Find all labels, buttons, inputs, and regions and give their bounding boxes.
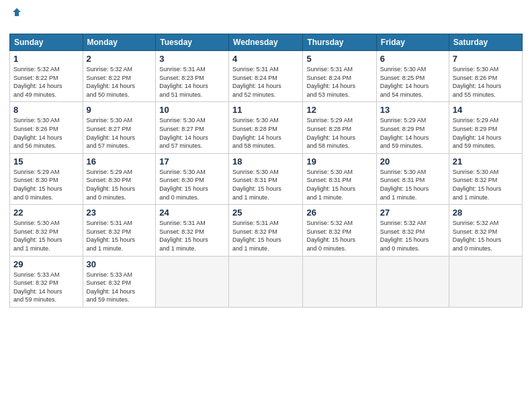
day-number: 23 <box>87 208 152 218</box>
day-number: 28 <box>453 208 519 218</box>
logo-icon <box>11 7 22 17</box>
day-info: Sunrise: 5:30 AM Sunset: 8:30 PM Dayligh… <box>159 168 225 201</box>
day-info: Sunrise: 5:31 AM Sunset: 8:24 PM Dayligh… <box>232 65 299 99</box>
day-cell: 21Sunrise: 5:30 AM Sunset: 8:32 PM Dayli… <box>449 153 522 204</box>
day-cell: 3Sunrise: 5:31 AM Sunset: 8:23 PM Daylig… <box>156 51 229 102</box>
day-cell: 28Sunrise: 5:32 AM Sunset: 8:32 PM Dayli… <box>449 205 522 256</box>
day-info: Sunrise: 5:30 AM Sunset: 8:27 PM Dayligh… <box>159 116 225 150</box>
day-info: Sunrise: 5:30 AM Sunset: 8:31 PM Dayligh… <box>232 168 299 201</box>
day-cell: 30Sunrise: 5:33 AM Sunset: 8:32 PM Dayli… <box>83 256 156 307</box>
day-info: Sunrise: 5:31 AM Sunset: 8:32 PM Dayligh… <box>159 219 225 253</box>
day-info: Sunrise: 5:31 AM Sunset: 8:32 PM Dayligh… <box>87 219 152 253</box>
day-number: 30 <box>87 259 152 269</box>
day-cell: 19Sunrise: 5:30 AM Sunset: 8:31 PM Dayli… <box>303 153 376 204</box>
page-header <box>9 7 523 30</box>
day-info: Sunrise: 5:29 AM Sunset: 8:29 PM Dayligh… <box>380 116 445 150</box>
day-number: 21 <box>453 156 519 167</box>
day-cell: 10Sunrise: 5:30 AM Sunset: 8:27 PM Dayli… <box>156 102 229 153</box>
day-number: 12 <box>306 105 372 115</box>
day-info: Sunrise: 5:30 AM Sunset: 8:25 PM Dayligh… <box>380 65 445 99</box>
day-info: Sunrise: 5:32 AM Sunset: 8:32 PM Dayligh… <box>380 219 445 253</box>
day-cell: 20Sunrise: 5:30 AM Sunset: 8:31 PM Dayli… <box>376 153 449 204</box>
week-row-2: 8Sunrise: 5:30 AM Sunset: 8:26 PM Daylig… <box>10 102 523 153</box>
day-info: Sunrise: 5:30 AM Sunset: 8:26 PM Dayligh… <box>453 65 519 99</box>
day-cell <box>156 256 229 307</box>
day-cell: 8Sunrise: 5:30 AM Sunset: 8:26 PM Daylig… <box>10 102 83 153</box>
day-cell: 1Sunrise: 5:32 AM Sunset: 8:22 PM Daylig… <box>10 51 83 102</box>
day-cell: 22Sunrise: 5:30 AM Sunset: 8:32 PM Dayli… <box>10 205 83 256</box>
day-number: 6 <box>380 54 445 64</box>
day-info: Sunrise: 5:29 AM Sunset: 8:29 PM Dayligh… <box>453 116 519 150</box>
day-info: Sunrise: 5:30 AM Sunset: 8:31 PM Dayligh… <box>380 168 445 201</box>
header-tuesday: Tuesday <box>156 34 229 51</box>
day-number: 25 <box>232 208 299 218</box>
header-thursday: Thursday <box>303 34 376 51</box>
day-number: 8 <box>13 105 79 115</box>
day-number: 14 <box>453 105 519 115</box>
week-row-1: 1Sunrise: 5:32 AM Sunset: 8:22 PM Daylig… <box>10 51 523 102</box>
day-number: 17 <box>159 156 225 167</box>
day-cell: 13Sunrise: 5:29 AM Sunset: 8:29 PM Dayli… <box>376 102 449 153</box>
day-info: Sunrise: 5:29 AM Sunset: 8:30 PM Dayligh… <box>13 168 79 201</box>
day-info: Sunrise: 5:32 AM Sunset: 8:32 PM Dayligh… <box>306 219 372 253</box>
day-cell: 9Sunrise: 5:30 AM Sunset: 8:27 PM Daylig… <box>83 102 156 153</box>
day-cell: 12Sunrise: 5:29 AM Sunset: 8:28 PM Dayli… <box>303 102 376 153</box>
day-cell: 17Sunrise: 5:30 AM Sunset: 8:30 PM Dayli… <box>156 153 229 204</box>
day-number: 11 <box>232 105 299 115</box>
day-cell: 29Sunrise: 5:33 AM Sunset: 8:32 PM Dayli… <box>10 256 83 307</box>
day-number: 22 <box>13 208 79 218</box>
day-cell: 27Sunrise: 5:32 AM Sunset: 8:32 PM Dayli… <box>376 205 449 256</box>
day-info: Sunrise: 5:30 AM Sunset: 8:27 PM Dayligh… <box>87 116 152 150</box>
day-info: Sunrise: 5:29 AM Sunset: 8:30 PM Dayligh… <box>87 168 152 201</box>
day-cell <box>376 256 449 307</box>
svg-marker-0 <box>13 8 21 16</box>
day-number: 27 <box>380 208 445 218</box>
day-number: 20 <box>380 156 445 167</box>
day-cell <box>449 256 522 307</box>
day-cell: 23Sunrise: 5:31 AM Sunset: 8:32 PM Dayli… <box>83 205 156 256</box>
header-row: SundayMondayTuesdayWednesdayThursdayFrid… <box>10 34 523 51</box>
day-number: 10 <box>159 105 225 115</box>
day-cell <box>229 256 303 307</box>
day-number: 24 <box>159 208 225 218</box>
logo <box>9 7 22 30</box>
day-number: 15 <box>13 156 79 167</box>
day-cell: 5Sunrise: 5:31 AM Sunset: 8:24 PM Daylig… <box>303 51 376 102</box>
day-info: Sunrise: 5:30 AM Sunset: 8:31 PM Dayligh… <box>306 168 372 201</box>
header-saturday: Saturday <box>449 34 522 51</box>
day-info: Sunrise: 5:31 AM Sunset: 8:32 PM Dayligh… <box>232 219 299 253</box>
day-info: Sunrise: 5:32 AM Sunset: 8:22 PM Dayligh… <box>13 65 79 99</box>
day-cell: 7Sunrise: 5:30 AM Sunset: 8:26 PM Daylig… <box>449 51 522 102</box>
day-cell: 11Sunrise: 5:30 AM Sunset: 8:28 PM Dayli… <box>229 102 303 153</box>
day-number: 16 <box>87 156 152 167</box>
day-cell: 2Sunrise: 5:32 AM Sunset: 8:22 PM Daylig… <box>83 51 156 102</box>
day-info: Sunrise: 5:30 AM Sunset: 8:32 PM Dayligh… <box>13 219 79 253</box>
day-info: Sunrise: 5:33 AM Sunset: 8:32 PM Dayligh… <box>13 271 79 304</box>
header-wednesday: Wednesday <box>229 34 303 51</box>
day-number: 18 <box>232 156 299 167</box>
calendar-table: SundayMondayTuesdayWednesdayThursdayFrid… <box>9 34 523 308</box>
day-info: Sunrise: 5:31 AM Sunset: 8:23 PM Dayligh… <box>159 65 225 99</box>
day-info: Sunrise: 5:30 AM Sunset: 8:26 PM Dayligh… <box>13 116 79 150</box>
day-info: Sunrise: 5:32 AM Sunset: 8:32 PM Dayligh… <box>453 219 519 253</box>
day-cell: 16Sunrise: 5:29 AM Sunset: 8:30 PM Dayli… <box>83 153 156 204</box>
day-number: 13 <box>380 105 445 115</box>
day-number: 1 <box>13 54 79 64</box>
day-cell: 24Sunrise: 5:31 AM Sunset: 8:32 PM Dayli… <box>156 205 229 256</box>
day-number: 26 <box>306 208 372 218</box>
day-cell: 18Sunrise: 5:30 AM Sunset: 8:31 PM Dayli… <box>229 153 303 204</box>
day-info: Sunrise: 5:32 AM Sunset: 8:22 PM Dayligh… <box>87 65 152 99</box>
day-cell: 14Sunrise: 5:29 AM Sunset: 8:29 PM Dayli… <box>449 102 522 153</box>
day-cell <box>303 256 376 307</box>
day-cell: 25Sunrise: 5:31 AM Sunset: 8:32 PM Dayli… <box>229 205 303 256</box>
day-number: 29 <box>13 259 79 269</box>
day-info: Sunrise: 5:31 AM Sunset: 8:24 PM Dayligh… <box>306 65 372 99</box>
day-number: 5 <box>306 54 372 64</box>
header-friday: Friday <box>376 34 449 51</box>
day-info: Sunrise: 5:29 AM Sunset: 8:28 PM Dayligh… <box>306 116 372 150</box>
day-info: Sunrise: 5:33 AM Sunset: 8:32 PM Dayligh… <box>87 271 152 304</box>
day-cell: 4Sunrise: 5:31 AM Sunset: 8:24 PM Daylig… <box>229 51 303 102</box>
header-sunday: Sunday <box>10 34 83 51</box>
day-cell: 6Sunrise: 5:30 AM Sunset: 8:25 PM Daylig… <box>376 51 449 102</box>
week-row-5: 29Sunrise: 5:33 AM Sunset: 8:32 PM Dayli… <box>10 256 523 307</box>
